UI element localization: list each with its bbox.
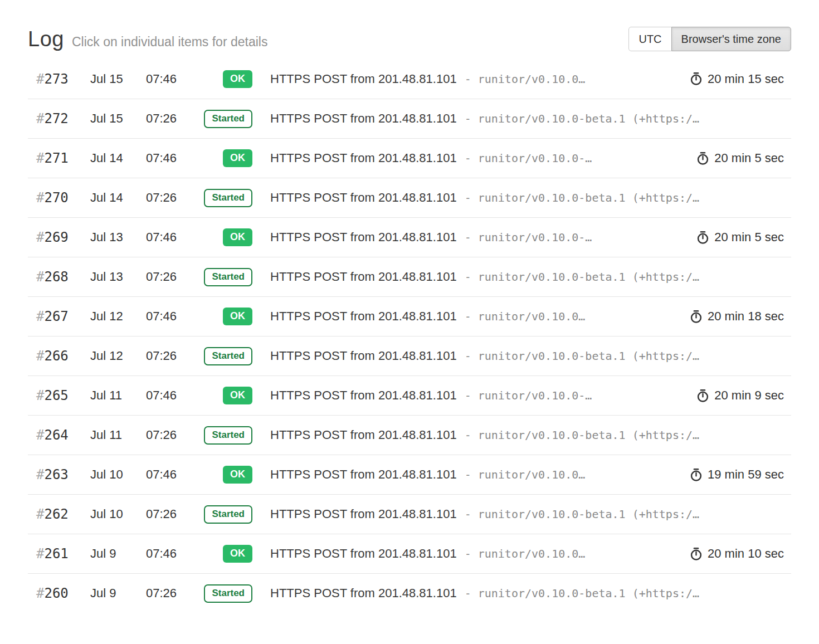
status-badge-cell: Started bbox=[199, 426, 252, 445]
duration: 20 min 5 sec bbox=[685, 151, 791, 165]
status-badge: OK bbox=[223, 466, 252, 484]
ping-event: HTTPS POST from 201.48.81.101 bbox=[270, 111, 457, 126]
utc-button[interactable]: UTC bbox=[628, 27, 671, 51]
ping-date: Jul 10 bbox=[90, 507, 146, 521]
status-badge-cell: Started bbox=[199, 189, 252, 207]
separator-dash: - bbox=[465, 468, 471, 481]
user-agent: runitor/v0.10.0… bbox=[478, 547, 586, 560]
ping-number: #260 bbox=[28, 586, 90, 601]
hash-prefix: # bbox=[36, 467, 44, 482]
duration-text: 20 min 18 sec bbox=[708, 309, 784, 324]
ping-number-value: 272 bbox=[44, 111, 68, 126]
status-badge: OK bbox=[223, 308, 252, 325]
ping-time: 07:26 bbox=[146, 586, 199, 601]
user-agent: runitor/v0.10.0-beta.1 (+https:/… bbox=[478, 349, 699, 363]
ping-number-value: 262 bbox=[44, 506, 68, 522]
status-badge-cell: OK bbox=[199, 466, 252, 484]
ping-number-value: 263 bbox=[44, 467, 68, 482]
log-row[interactable]: #268 Jul 13 07:26 Started HTTPS POST fro… bbox=[28, 257, 791, 296]
duration-text: 20 min 5 sec bbox=[714, 230, 784, 245]
ping-date: Jul 15 bbox=[90, 111, 146, 126]
ping-time: 07:46 bbox=[146, 72, 199, 86]
ping-number-value: 265 bbox=[44, 388, 68, 403]
ping-description: HTTPS POST from 201.48.81.101 - runitor/… bbox=[270, 270, 791, 284]
ping-description: HTTPS POST from 201.48.81.101 - runitor/… bbox=[270, 151, 685, 165]
log-row[interactable]: #267 Jul 12 07:46 OK HTTPS POST from 201… bbox=[28, 296, 791, 336]
log-row[interactable]: #269 Jul 13 07:46 OK HTTPS POST from 201… bbox=[28, 217, 791, 257]
ping-date: Jul 12 bbox=[90, 309, 146, 324]
ping-description: HTTPS POST from 201.48.81.101 - runitor/… bbox=[270, 507, 791, 521]
user-agent: runitor/v0.10.0-beta.1 (+https:/… bbox=[478, 508, 699, 521]
status-badge-cell: OK bbox=[199, 228, 252, 246]
ping-time: 07:26 bbox=[146, 428, 199, 442]
status-badge-cell: OK bbox=[199, 70, 252, 88]
stopwatch-icon bbox=[696, 152, 709, 165]
log-row[interactable]: #263 Jul 10 07:46 OK HTTPS POST from 201… bbox=[28, 455, 791, 494]
status-badge: Started bbox=[204, 110, 252, 128]
ping-date: Jul 11 bbox=[90, 388, 146, 403]
status-badge: Started bbox=[204, 347, 252, 365]
user-agent: runitor/v0.10.0… bbox=[478, 468, 586, 481]
log-row[interactable]: #262 Jul 10 07:26 Started HTTPS POST fro… bbox=[28, 494, 791, 534]
ping-date: Jul 9 bbox=[90, 586, 146, 601]
hash-prefix: # bbox=[36, 150, 44, 166]
log-row[interactable]: #273 Jul 15 07:46 OK HTTPS POST from 201… bbox=[28, 59, 791, 99]
log-row[interactable]: #266 Jul 12 07:26 Started HTTPS POST fro… bbox=[28, 336, 791, 375]
ping-time: 07:26 bbox=[146, 270, 199, 284]
user-agent: runitor/v0.10.0-beta.1 (+https:/… bbox=[478, 112, 699, 125]
browser-timezone-button[interactable]: Browser's time zone bbox=[671, 27, 791, 51]
separator-dash: - bbox=[465, 191, 471, 204]
timezone-toggle: UTC Browser's time zone bbox=[628, 27, 791, 51]
page-title: Log bbox=[28, 27, 64, 51]
ping-description: HTTPS POST from 201.48.81.101 - runitor/… bbox=[270, 349, 791, 363]
ping-number-value: 267 bbox=[44, 309, 68, 324]
hash-prefix: # bbox=[36, 111, 44, 126]
status-badge-cell: Started bbox=[199, 268, 252, 286]
ping-number-value: 264 bbox=[44, 427, 68, 443]
status-badge-cell: Started bbox=[199, 584, 252, 603]
user-agent: runitor/v0.10.0… bbox=[478, 310, 586, 323]
stopwatch-icon bbox=[696, 389, 709, 403]
log-row[interactable]: #271 Jul 14 07:46 OK HTTPS POST from 201… bbox=[28, 138, 791, 178]
hash-prefix: # bbox=[36, 269, 44, 285]
ping-number-value: 268 bbox=[44, 269, 68, 285]
hash-prefix: # bbox=[36, 427, 44, 443]
duration-text: 20 min 9 sec bbox=[714, 388, 784, 403]
title-wrap: Log Click on individual items for detail… bbox=[28, 27, 267, 51]
log-row[interactable]: #261 Jul 9 07:46 OK HTTPS POST from 201.… bbox=[28, 534, 791, 573]
ping-number: #273 bbox=[28, 71, 90, 87]
log-row[interactable]: #264 Jul 11 07:26 Started HTTPS POST fro… bbox=[28, 415, 791, 455]
log-list: #273 Jul 15 07:46 OK HTTPS POST from 201… bbox=[28, 59, 791, 613]
ping-number: #271 bbox=[28, 150, 90, 166]
ping-description: HTTPS POST from 201.48.81.101 - runitor/… bbox=[270, 467, 679, 482]
duration-text: 20 min 15 sec bbox=[708, 72, 784, 86]
ping-time: 07:46 bbox=[146, 230, 199, 245]
log-row[interactable]: #265 Jul 11 07:46 OK HTTPS POST from 201… bbox=[28, 375, 791, 415]
log-row[interactable]: #260 Jul 9 07:26 Started HTTPS POST from… bbox=[28, 573, 791, 613]
status-badge: Started bbox=[204, 189, 252, 207]
log-row[interactable]: #272 Jul 15 07:26 Started HTTPS POST fro… bbox=[28, 99, 791, 138]
duration: 20 min 9 sec bbox=[685, 388, 791, 403]
user-agent: runitor/v0.10.0-beta.1 (+https:/… bbox=[478, 270, 699, 284]
separator-dash: - bbox=[465, 547, 471, 560]
ping-date: Jul 13 bbox=[90, 230, 146, 245]
separator-dash: - bbox=[465, 587, 471, 600]
user-agent: runitor/v0.10.0… bbox=[478, 72, 586, 86]
ping-number-value: 271 bbox=[44, 150, 68, 166]
ping-description: HTTPS POST from 201.48.81.101 - runitor/… bbox=[270, 191, 791, 205]
duration-text: 20 min 5 sec bbox=[714, 151, 784, 165]
hash-prefix: # bbox=[36, 71, 44, 87]
stopwatch-icon bbox=[690, 310, 703, 324]
ping-event: HTTPS POST from 201.48.81.101 bbox=[270, 191, 457, 205]
hash-prefix: # bbox=[36, 546, 44, 562]
ping-number: #270 bbox=[28, 190, 90, 206]
user-agent: runitor/v0.10.0-beta.1 (+https:/… bbox=[478, 587, 699, 600]
ping-event: HTTPS POST from 201.48.81.101 bbox=[270, 547, 457, 561]
duration-text: 20 min 10 sec bbox=[708, 547, 784, 561]
duration: 19 min 59 sec bbox=[679, 467, 791, 482]
ping-event: HTTPS POST from 201.48.81.101 bbox=[270, 72, 457, 86]
separator-dash: - bbox=[465, 231, 471, 244]
log-row[interactable]: #270 Jul 14 07:26 Started HTTPS POST fro… bbox=[28, 178, 791, 217]
separator-dash: - bbox=[465, 152, 471, 165]
ping-event: HTTPS POST from 201.48.81.101 bbox=[270, 467, 457, 482]
